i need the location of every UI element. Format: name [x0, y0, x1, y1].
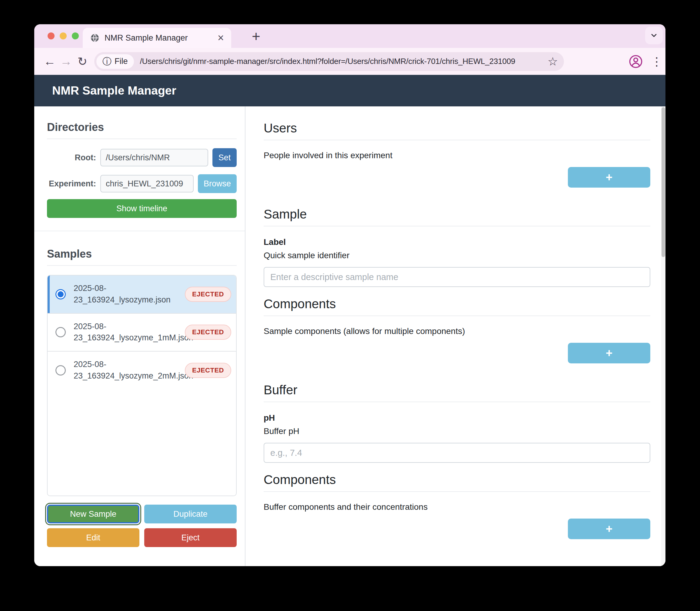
users-divider: [264, 140, 650, 140]
app-header: NMR Sample Manager: [34, 75, 666, 106]
experiment-label: Experiment:: [47, 179, 100, 189]
file-scheme-chip[interactable]: ⓘ File: [96, 54, 134, 69]
status-badge: EJECTED: [185, 363, 231, 378]
forward-icon[interactable]: →: [58, 55, 74, 68]
sample-list-item[interactable]: 2025-08-23_163924_lysozyme_2mM.json EJEC…: [48, 351, 236, 389]
directories-heading: Directories: [47, 121, 237, 134]
sample-heading: Sample: [264, 207, 650, 222]
profile-avatar-icon[interactable]: [628, 55, 643, 69]
show-timeline-button[interactable]: Show timeline: [47, 199, 237, 218]
buffer-components-heading: Components: [264, 473, 650, 487]
maximize-window-button[interactable]: [72, 32, 79, 40]
favicon-globe-icon: [91, 34, 99, 42]
reload-icon[interactable]: ↻: [74, 55, 91, 68]
users-heading: Users: [264, 121, 650, 135]
screenshot-stage: NMR Sample Manager × + ← → ↻ ⓘ File /Use…: [0, 0, 700, 611]
ph-field-description: Buffer pH: [264, 427, 650, 436]
browser-menu-kebab-icon[interactable]: ⋮: [651, 55, 660, 68]
tab-strip: NMR Sample Manager × +: [34, 24, 666, 48]
status-badge: EJECTED: [185, 325, 231, 340]
sample-list: 2025-08-23_163924_lysozyme.json EJECTED …: [47, 275, 237, 496]
samples-divider: [47, 265, 237, 266]
main-panel: Users People involved in this experiment…: [245, 106, 666, 566]
bookmark-star-icon[interactable]: ☆: [548, 56, 558, 67]
url-text[interactable]: /Users/chris/git/nmr-sample-manager/src/…: [140, 57, 545, 66]
root-input[interactable]: [100, 149, 208, 166]
browse-button[interactable]: Browse: [198, 174, 237, 193]
minimize-window-button[interactable]: [60, 32, 67, 40]
new-sample-button[interactable]: New Sample: [47, 505, 139, 523]
sample-label-input[interactable]: [264, 267, 650, 287]
sample-divider: [264, 226, 650, 226]
tab-search-button[interactable]: [645, 27, 663, 44]
browser-toolbar: ← → ↻ ⓘ File /Users/chris/git/nmr-sample…: [34, 48, 666, 75]
status-badge: EJECTED: [185, 287, 231, 302]
set-button[interactable]: Set: [212, 148, 237, 167]
directories-divider: [47, 138, 237, 139]
experiment-input[interactable]: [100, 175, 194, 192]
add-component-button[interactable]: +: [568, 343, 650, 363]
tab-title: NMR Sample Manager: [105, 33, 216, 43]
sample-actions: New Sample Duplicate Edit Eject: [47, 505, 237, 547]
radio-selected-icon[interactable]: [56, 289, 66, 299]
page-scrollbar: [661, 106, 666, 566]
sample-filename: 2025-08-23_163924_lysozyme_1mM.json: [74, 321, 192, 344]
radio-unselected-icon[interactable]: [56, 365, 66, 375]
edit-button[interactable]: Edit: [47, 528, 139, 547]
chevron-down-icon: [650, 31, 658, 40]
app-title: NMR Sample Manager: [52, 84, 176, 97]
info-icon[interactable]: ⓘ: [102, 57, 111, 66]
buffer-ph-input[interactable]: [264, 443, 650, 463]
buffer-components-description: Buffer components and their concentratio…: [264, 502, 650, 512]
eject-button[interactable]: Eject: [144, 528, 237, 547]
close-tab-icon[interactable]: ×: [216, 32, 226, 43]
buffer-components-divider: [264, 491, 650, 492]
back-icon[interactable]: ←: [42, 55, 58, 68]
sidebar: Directories Root: Set Experiment: Browse…: [34, 106, 245, 566]
components-heading: Components: [264, 297, 650, 311]
new-tab-button[interactable]: +: [248, 28, 264, 44]
app-body: Directories Root: Set Experiment: Browse…: [34, 106, 666, 566]
sample-list-item[interactable]: 2025-08-23_163924_lysozyme.json EJECTED: [48, 275, 236, 313]
scrollbar-thumb[interactable]: [661, 107, 665, 257]
close-window-button[interactable]: [48, 32, 55, 40]
window-controls: [48, 32, 79, 40]
components-description: Sample components (allows for multiple c…: [264, 326, 650, 336]
samples-heading: Samples: [47, 248, 237, 260]
buffer-heading: Buffer: [264, 383, 650, 397]
root-row: Root: Set: [47, 148, 237, 167]
experiment-row: Experiment: Browse: [47, 174, 237, 193]
radio-unselected-icon[interactable]: [56, 327, 66, 337]
sample-filename: 2025-08-23_163924_lysozyme.json: [74, 283, 184, 306]
sidebar-section-divider: [34, 230, 245, 231]
add-user-button[interactable]: +: [568, 167, 650, 188]
root-label: Root:: [47, 153, 100, 162]
add-buffer-component-button[interactable]: +: [568, 519, 650, 539]
browser-tab[interactable]: NMR Sample Manager ×: [83, 28, 231, 48]
browser-window: NMR Sample Manager × + ← → ↻ ⓘ File /Use…: [34, 24, 666, 566]
file-chip-label: File: [115, 57, 128, 66]
duplicate-button[interactable]: Duplicate: [144, 505, 237, 523]
sample-list-item[interactable]: 2025-08-23_163924_lysozyme_1mM.json EJEC…: [48, 313, 236, 351]
label-field-title: Label: [264, 237, 650, 247]
components-divider: [264, 315, 650, 316]
buffer-divider: [264, 402, 650, 402]
sample-filename: 2025-08-23_163924_lysozyme_2mM.json: [74, 359, 192, 382]
ph-field-title: pH: [264, 413, 650, 423]
label-field-description: Quick sample identifier: [264, 251, 650, 260]
address-bar[interactable]: ⓘ File /Users/chris/git/nmr-sample-manag…: [94, 52, 564, 71]
users-description: People involved in this experiment: [264, 151, 650, 160]
